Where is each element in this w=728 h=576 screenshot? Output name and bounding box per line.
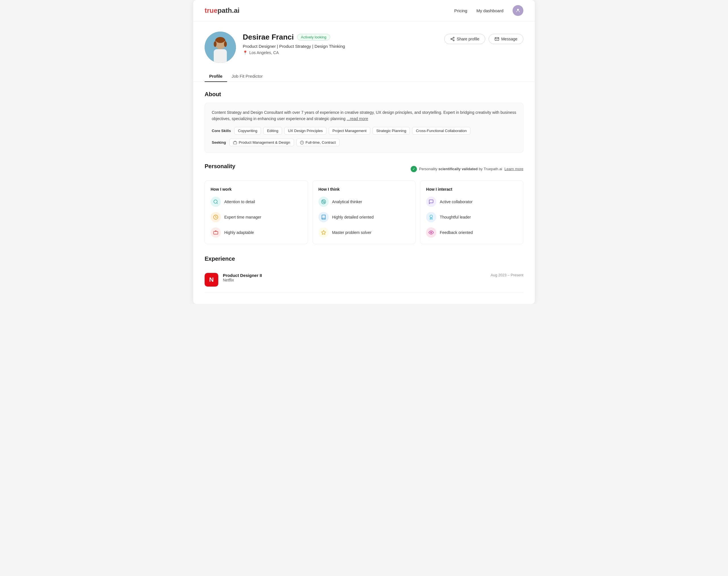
- trait-leader: Thoughtful leader: [426, 212, 517, 222]
- trait-time-label: Expert time manager: [224, 215, 261, 220]
- seeking-full-time: Full-time, Contract: [296, 139, 340, 146]
- svg-rect-16: [233, 142, 237, 144]
- svg-rect-4: [214, 49, 227, 63]
- trait-detailed-label: Highly detailed oriented: [332, 215, 374, 220]
- exp-date-netflix: Aug 2023 – Present: [491, 273, 523, 277]
- exp-info-netflix: Product Designer II Netflix: [223, 273, 486, 282]
- trait-feedback: Feedback oriented: [426, 227, 517, 238]
- card-work-title: How I work: [211, 187, 302, 192]
- trait-problem-solver: Master problem solver: [318, 227, 410, 238]
- trait-collaborator-icon: [426, 197, 436, 207]
- svg-point-10: [216, 37, 225, 43]
- trait-solver-label: Master problem solver: [332, 230, 372, 235]
- avatar: [205, 32, 236, 63]
- exp-title-netflix: Product Designer II: [223, 273, 486, 278]
- nav-pricing[interactable]: Pricing: [454, 8, 467, 13]
- nav-dashboard[interactable]: My dashboard: [476, 8, 503, 13]
- core-skills-row: Core Skills Copywriting Editing UX Desig…: [212, 127, 516, 135]
- svg-point-9: [224, 41, 227, 47]
- nav-avatar[interactable]: [513, 5, 523, 16]
- trait-collaborator: Active collaborator: [426, 197, 517, 207]
- main-content: About Content Strategy and Design Consul…: [193, 82, 535, 304]
- navbar: truepath.ai Pricing My dashboard: [193, 0, 535, 21]
- tabs: Profile Job Fit Predictor: [193, 63, 535, 82]
- exp-company-netflix: Netflix: [223, 278, 486, 282]
- check-icon: ✓: [411, 166, 417, 172]
- trait-feedback-icon: [426, 227, 436, 238]
- logo[interactable]: truepath.ai: [205, 6, 240, 15]
- profile-info: Desirae Franci Actively looking Product …: [243, 32, 345, 55]
- personality-section: Personality ✓ Personality scientifically…: [205, 163, 523, 244]
- tab-job-fit[interactable]: Job Fit Predictor: [227, 71, 267, 82]
- trait-adaptable-icon: [211, 227, 221, 238]
- svg-point-27: [430, 215, 433, 218]
- trait-leader-label: Thoughtful leader: [440, 215, 471, 220]
- card-interact-title: How I interact: [426, 187, 517, 192]
- trait-analytical-icon: [318, 197, 329, 207]
- logo-true: true: [205, 6, 217, 14]
- personality-header: Personality ✓ Personality scientifically…: [205, 163, 523, 175]
- svg-rect-21: [214, 232, 218, 234]
- nav-right: Pricing My dashboard: [454, 5, 523, 16]
- trait-time-manager: Expert time manager: [211, 212, 302, 222]
- personality-card-work: How I work Attention to detail Expert ti…: [205, 180, 308, 244]
- about-card: Content Strategy and Design Consultant w…: [205, 103, 523, 153]
- tab-profile[interactable]: Profile: [205, 71, 227, 82]
- location-text: Los Angeles, CA: [249, 50, 279, 55]
- netflix-logo: N: [205, 273, 218, 287]
- experience-title: Experience: [205, 256, 523, 262]
- share-profile-label: Share profile: [457, 37, 479, 41]
- learn-more-link[interactable]: Learn more: [504, 167, 523, 171]
- svg-point-28: [431, 232, 432, 233]
- svg-line-15: [452, 38, 454, 39]
- read-more-link[interactable]: ...read more: [347, 116, 368, 121]
- location-icon: 📍: [243, 50, 247, 55]
- share-profile-button[interactable]: Share profile: [444, 34, 485, 44]
- about-title: About: [205, 91, 523, 97]
- status-badge: Actively looking: [297, 34, 330, 40]
- profile-name-row: Desirae Franci Actively looking: [243, 33, 345, 41]
- logo-ai: .ai: [232, 6, 240, 14]
- seeking-row: Seeking Product Management & Design Full…: [212, 139, 516, 146]
- validated-badge: ✓ Personality scientifically validated b…: [411, 166, 523, 172]
- message-label: Message: [501, 37, 517, 41]
- logo-path: path: [217, 6, 232, 14]
- svg-point-18: [214, 200, 217, 203]
- card-think-title: How I think: [318, 187, 410, 192]
- trait-analytical: Analytical thinker: [318, 197, 410, 207]
- trait-solver-icon: [318, 227, 329, 238]
- message-button[interactable]: Message: [489, 34, 523, 44]
- svg-point-11: [453, 37, 454, 38]
- skill-strategic: Strategic Planning: [373, 127, 410, 135]
- skill-ux-design: UX Design Principles: [284, 127, 326, 135]
- personality-title: Personality: [205, 163, 235, 170]
- personality-grid: How I work Attention to detail Expert ti…: [205, 180, 523, 244]
- seeking-label: Seeking: [212, 140, 226, 145]
- skill-cross-functional: Cross-Functional Collaboration: [412, 127, 470, 135]
- svg-marker-26: [321, 231, 326, 234]
- validated-text: Personality scientifically validated by …: [419, 167, 502, 171]
- trait-detailed: Highly detailed oriented: [318, 212, 410, 222]
- experience-section: Experience N Product Designer II Netflix…: [205, 256, 523, 293]
- trait-analytical-label: Analytical thinker: [332, 200, 362, 204]
- trait-adaptable-label: Highly adaptable: [224, 230, 254, 235]
- trait-attention-icon: [211, 197, 221, 207]
- profile-location: 📍 Los Angeles, CA: [243, 50, 345, 55]
- seeking-product-mgmt: Product Management & Design: [229, 139, 294, 146]
- about-bio: Content Strategy and Design Consultant w…: [212, 109, 516, 122]
- svg-point-0: [517, 9, 519, 10]
- profile-header: Desirae Franci Actively looking Product …: [193, 21, 535, 63]
- trait-attention: Attention to detail: [211, 197, 302, 207]
- svg-line-19: [216, 203, 217, 204]
- trait-feedback-label: Feedback oriented: [440, 230, 473, 235]
- personality-card-interact: How I interact Active collaborator Thoug…: [420, 180, 523, 244]
- core-skills-label: Core Skills: [212, 128, 231, 133]
- svg-point-13: [453, 40, 454, 41]
- trait-detailed-icon: [318, 212, 329, 222]
- svg-point-23: [323, 201, 324, 203]
- profile-left: Desirae Franci Actively looking Product …: [205, 32, 345, 63]
- svg-line-14: [452, 39, 454, 40]
- profile-actions: Share profile Message: [444, 32, 523, 44]
- trait-collaborator-label: Active collaborator: [440, 200, 472, 204]
- skill-copywriting: Copywriting: [234, 127, 261, 135]
